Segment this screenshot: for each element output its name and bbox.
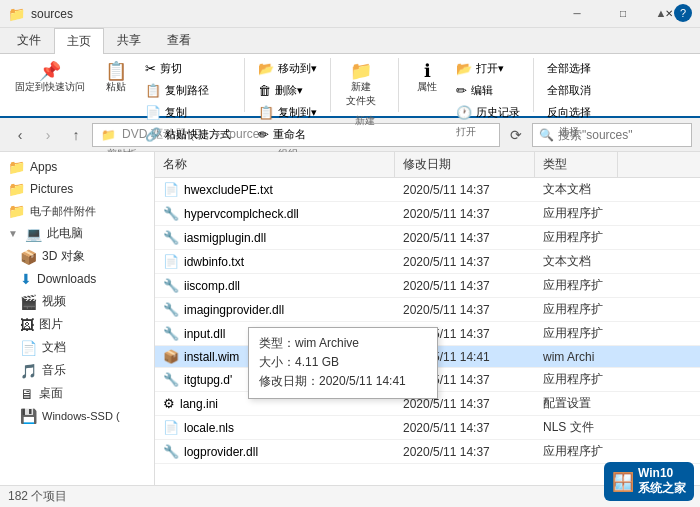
table-row[interactable]: 🔧iasmigplugin.dll2020/5/11 14:37应用程序扩 bbox=[155, 226, 700, 250]
tab-file[interactable]: 文件 bbox=[4, 27, 54, 53]
sidebar: 📁 Apps 📁 Pictures 📁 电子邮件附件 ▼ 💻 此电脑 📦 3D … bbox=[0, 152, 155, 485]
sidebar-item-documents[interactable]: 📄 文档 bbox=[0, 336, 154, 359]
watermark: 🪟 Win10 系统之家 bbox=[604, 462, 694, 501]
file-name-cell: 🔧logprovider.dll bbox=[155, 441, 395, 462]
delete-button[interactable]: 🗑 删除▾ bbox=[253, 80, 322, 101]
tooltip-type: 类型：wim Archive bbox=[259, 334, 427, 353]
sidebar-item-video[interactable]: 🎬 视频 bbox=[0, 290, 154, 313]
sidebar-item-email[interactable]: 📁 电子邮件附件 bbox=[0, 200, 154, 222]
file-date: 2020/5/11 14:37 bbox=[395, 228, 535, 248]
file-icon: 🔧 bbox=[163, 326, 179, 341]
title-text: sources bbox=[31, 7, 73, 21]
new-folder-button[interactable]: 📁 新建 文件夹 bbox=[339, 58, 383, 112]
documents-icon: 📄 bbox=[20, 340, 37, 356]
pin-to-quick-access-button[interactable]: 📌 固定到快速访问 bbox=[8, 58, 92, 98]
organize-group-content: 📂 移动到▾ 🗑 删除▾ 📋 复制到▾ ✏ 重命名 bbox=[253, 58, 322, 145]
copy-label: 复制 bbox=[165, 105, 187, 120]
file-extra bbox=[618, 377, 701, 383]
select-all-button[interactable]: 全部选择 bbox=[542, 58, 596, 79]
rename-button[interactable]: ✏ 重命名 bbox=[253, 124, 322, 145]
minimize-ribbon-button[interactable]: ▲ bbox=[652, 4, 670, 22]
status-bar: 182 个项目 bbox=[0, 485, 700, 507]
tab-share[interactable]: 共享 bbox=[104, 27, 154, 53]
file-name-cell: 🔧imagingprovider.dll bbox=[155, 299, 395, 320]
sidebar-item-windows-ssd[interactable]: 💾 Windows-SSD ( bbox=[0, 405, 154, 427]
sidebar-item-downloads[interactable]: ⬇ Downloads bbox=[0, 268, 154, 290]
file-list-header: 名称 修改日期 类型 bbox=[155, 152, 700, 178]
col-header-name[interactable]: 名称 bbox=[155, 152, 395, 177]
open-group: ℹ 属性 📂 打开▾ ✏ 编辑 🕐 历史记录 打开 bbox=[407, 58, 534, 112]
file-name: imagingprovider.dll bbox=[184, 303, 284, 317]
table-row[interactable]: 🔧hypervcomplcheck.dll2020/5/11 14:37应用程序… bbox=[155, 202, 700, 226]
properties-button[interactable]: ℹ 属性 bbox=[407, 58, 447, 98]
copy-path-label: 复制路径 bbox=[165, 83, 209, 98]
open-button[interactable]: 📂 打开▾ bbox=[451, 58, 525, 79]
col-header-type[interactable]: 类型 bbox=[535, 152, 618, 177]
sidebar-item-apps[interactable]: 📁 Apps bbox=[0, 156, 154, 178]
file-extra bbox=[618, 187, 701, 193]
paste-button[interactable]: 📋 粘贴 bbox=[96, 58, 136, 98]
maximize-button[interactable]: □ bbox=[600, 0, 646, 28]
tab-home[interactable]: 主页 bbox=[54, 28, 104, 54]
properties-label: 属性 bbox=[417, 80, 437, 94]
file-icon: 📄 bbox=[163, 420, 179, 435]
tab-view[interactable]: 查看 bbox=[154, 27, 204, 53]
table-row[interactable]: 📄locale.nls2020/5/11 14:37NLS 文件 bbox=[155, 416, 700, 440]
file-list: 名称 修改日期 类型 📄hwexcludePE.txt2020/5/11 14:… bbox=[155, 152, 700, 485]
copy-path-button[interactable]: 📋 复制路径 bbox=[140, 80, 236, 101]
sidebar-item-pictures2[interactable]: 🖼 图片 bbox=[0, 313, 154, 336]
new-folder-icon: 📁 bbox=[350, 62, 372, 80]
sidebar-item-pictures[interactable]: 📁 Pictures bbox=[0, 178, 154, 200]
history-label: 历史记录 bbox=[476, 105, 520, 120]
file-name: lang.ini bbox=[180, 397, 218, 411]
new-folder-label: 新建 文件夹 bbox=[346, 80, 376, 108]
rename-icon: ✏ bbox=[258, 127, 269, 142]
edit-button[interactable]: ✏ 编辑 bbox=[451, 80, 525, 101]
file-type: 文本文档 bbox=[535, 250, 618, 273]
table-row[interactable]: 🔧iiscomp.dll2020/5/11 14:37应用程序扩 bbox=[155, 274, 700, 298]
copy-button[interactable]: 📄 复制 bbox=[140, 102, 236, 123]
move-icon: 📂 bbox=[258, 61, 274, 76]
table-row[interactable]: 🔧imagingprovider.dll2020/5/11 14:37应用程序扩 bbox=[155, 298, 700, 322]
select-none-button[interactable]: 全部取消 bbox=[542, 80, 596, 101]
main-area: 📁 Apps 📁 Pictures 📁 电子邮件附件 ▼ 💻 此电脑 📦 3D … bbox=[0, 152, 700, 485]
downloads-icon: ⬇ bbox=[20, 271, 32, 287]
file-extra bbox=[618, 331, 701, 337]
select-none-label: 全部取消 bbox=[547, 83, 591, 98]
video-icon: 🎬 bbox=[20, 294, 37, 310]
delete-label: 删除▾ bbox=[275, 83, 303, 98]
table-row[interactable]: 📄hwexcludePE.txt2020/5/11 14:37文本文档 bbox=[155, 178, 700, 202]
invert-selection-button[interactable]: 反向选择 bbox=[542, 102, 596, 123]
cut-button[interactable]: ✂ 剪切 bbox=[140, 58, 236, 79]
tooltip-size-value: 4.11 GB bbox=[295, 355, 339, 369]
file-type: 应用程序扩 bbox=[535, 274, 618, 297]
sidebar-item-music[interactable]: 🎵 音乐 bbox=[0, 359, 154, 382]
col-header-date[interactable]: 修改日期 bbox=[395, 152, 535, 177]
file-icon: 🔧 bbox=[163, 444, 179, 459]
table-row[interactable]: 📄idwbinfo.txt2020/5/11 14:37文本文档 bbox=[155, 250, 700, 274]
cut-icon: ✂ bbox=[145, 61, 156, 76]
clipboard-small-buttons: ✂ 剪切 📋 复制路径 📄 复制 🔗 粘贴快捷方式 bbox=[140, 58, 236, 145]
sidebar-item-3d-objects[interactable]: 📦 3D 对象 bbox=[0, 245, 154, 268]
table-row[interactable]: 🔧logprovider.dll2020/5/11 14:37应用程序扩 bbox=[155, 440, 700, 464]
sidebar-item-this-pc[interactable]: ▼ 💻 此电脑 bbox=[0, 222, 154, 245]
file-type: 应用程序扩 bbox=[535, 322, 618, 345]
minimize-button[interactable]: ─ bbox=[554, 0, 600, 28]
file-name-cell: 📄locale.nls bbox=[155, 417, 395, 438]
file-name-cell: 🔧iasmigplugin.dll bbox=[155, 227, 395, 248]
history-icon: 🕐 bbox=[456, 105, 472, 120]
copy-to-button[interactable]: 📋 复制到▾ bbox=[253, 102, 322, 123]
file-date: 2020/5/11 14:37 bbox=[395, 418, 535, 438]
delete-icon: 🗑 bbox=[258, 83, 271, 98]
tooltip-type-value: wim Archive bbox=[295, 336, 359, 350]
file-rows-container: 📄hwexcludePE.txt2020/5/11 14:37文本文档🔧hype… bbox=[155, 178, 700, 464]
move-to-button[interactable]: 📂 移动到▾ bbox=[253, 58, 322, 79]
file-extra bbox=[618, 259, 701, 265]
help-button[interactable]: ? bbox=[674, 4, 692, 22]
history-button[interactable]: 🕐 历史记录 bbox=[451, 102, 525, 123]
col-header-extra bbox=[618, 152, 701, 177]
sidebar-item-desktop[interactable]: 🖥 桌面 bbox=[0, 382, 154, 405]
paste-shortcut-button[interactable]: 🔗 粘贴快捷方式 bbox=[140, 124, 236, 145]
file-extra bbox=[618, 307, 701, 313]
file-type: 应用程序扩 bbox=[535, 368, 618, 391]
